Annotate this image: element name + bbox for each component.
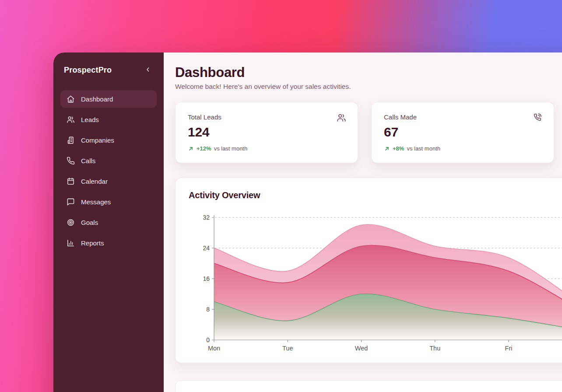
stat-label: Calls Made — [384, 113, 541, 121]
change-percent: +12% — [197, 145, 211, 152]
sidebar-header: ProspectPro — [60, 65, 157, 75]
svg-text:Mon: Mon — [208, 345, 220, 352]
sidebar-item-label: Leads — [81, 116, 99, 123]
sidebar-item-calendar[interactable]: Calendar — [60, 172, 157, 190]
stat-change: +12% vs last month — [188, 145, 345, 152]
svg-text:0: 0 — [206, 336, 210, 343]
svg-text:24: 24 — [203, 245, 210, 252]
stat-label: Total Leads — [188, 113, 345, 121]
change-note: vs last month — [407, 145, 440, 152]
trend-up-icon — [188, 146, 194, 152]
message-icon — [67, 198, 75, 206]
stats-row: Total Leads 124 +12% vs last month Calls… — [175, 102, 562, 163]
chevron-left-icon — [144, 66, 151, 74]
page-subtitle: Welcome back! Here's an overview of your… — [175, 83, 562, 91]
sidebar-item-calls[interactable]: Calls — [60, 152, 157, 169]
sidebar-item-label: Dashboard — [81, 95, 113, 103]
stat-card-calls-made: Calls Made 67 +8% vs last month — [371, 102, 554, 163]
phone-icon — [67, 157, 75, 165]
phone-call-icon — [533, 113, 542, 124]
change-percent: +8% — [393, 145, 404, 152]
users-icon — [67, 116, 75, 124]
sidebar-item-label: Messages — [81, 198, 111, 206]
sidebar-item-label: Calendar — [81, 178, 108, 185]
sidebar-item-label: Companies — [81, 136, 114, 144]
app-window: ProspectPro DashboardLeadsCompaniesCalls… — [53, 52, 562, 392]
svg-text:Wed: Wed — [355, 345, 368, 352]
page-title: Dashboard — [175, 65, 562, 80]
svg-text:16: 16 — [203, 275, 210, 282]
sidebar: ProspectPro DashboardLeadsCompaniesCalls… — [53, 52, 164, 392]
target-icon — [67, 218, 75, 227]
bar-chart-icon — [67, 239, 75, 247]
stat-value: 124 — [188, 125, 345, 140]
stat-value: 67 — [384, 125, 541, 140]
activity-overview-card: Activity Overview 08162432MonTueWedThuFr… — [175, 178, 562, 363]
stat-change: +8% vs last month — [384, 145, 541, 152]
svg-text:Tue: Tue — [282, 345, 293, 352]
sidebar-nav: DashboardLeadsCompaniesCallsCalendarMess… — [60, 90, 157, 252]
app-title: ProspectPro — [64, 66, 112, 75]
svg-text:Thu: Thu — [429, 345, 440, 352]
sidebar-item-label: Calls — [81, 157, 95, 164]
svg-text:Fri: Fri — [505, 345, 513, 352]
sidebar-item-companies[interactable]: Companies — [60, 131, 157, 149]
sidebar-item-goals[interactable]: Goals — [60, 214, 157, 231]
svg-text:8: 8 — [206, 306, 210, 313]
desktop-background: { "app": { "name": "ProspectPro" }, "sid… — [0, 0, 562, 392]
sidebar-item-reports[interactable]: Reports — [60, 234, 157, 252]
main-content: Dashboard Welcome back! Here's an overvi… — [164, 52, 562, 392]
calendar-icon — [67, 177, 75, 186]
building-icon — [67, 136, 75, 144]
next-section-card — [175, 380, 562, 392]
stat-card-total-leads: Total Leads 124 +12% vs last month — [175, 102, 358, 163]
trend-up-icon — [384, 146, 390, 152]
sidebar-item-messages[interactable]: Messages — [60, 193, 157, 210]
users-icon — [337, 113, 346, 124]
svg-text:32: 32 — [203, 214, 210, 221]
activity-area-chart: 08162432MonTueWedThuFri — [176, 178, 562, 363]
change-note: vs last month — [214, 145, 248, 152]
sidebar-item-dashboard[interactable]: Dashboard — [60, 90, 157, 108]
collapse-sidebar-button[interactable] — [143, 65, 153, 75]
sidebar-item-label: Reports — [81, 239, 104, 247]
sidebar-item-leads[interactable]: Leads — [60, 111, 157, 128]
sidebar-item-label: Goals — [81, 219, 98, 226]
home-icon — [67, 95, 75, 103]
